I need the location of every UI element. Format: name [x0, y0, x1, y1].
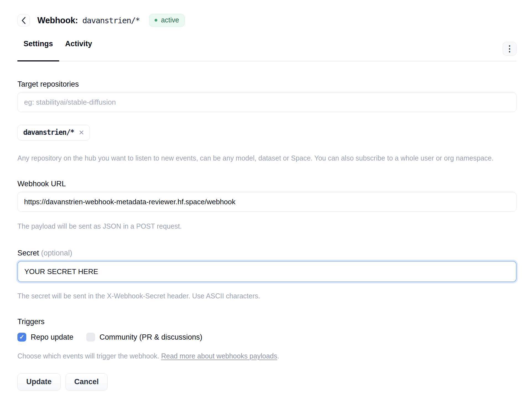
- target-repositories-input[interactable]: [17, 92, 517, 112]
- tab-settings[interactable]: Settings: [17, 40, 59, 61]
- secret-label-text: Secret: [17, 249, 39, 257]
- form-actions: Update Cancel: [17, 373, 517, 391]
- page-title: Webhook:: [37, 16, 78, 25]
- update-button[interactable]: Update: [17, 373, 61, 391]
- webhooks-payloads-link[interactable]: Read more about webhooks payloads: [161, 352, 277, 360]
- triggers-help-prefix: Choose which events will trigger the web…: [17, 352, 161, 360]
- status-badge-label: active: [161, 16, 179, 24]
- trigger-option-repo-update: ✓ Repo update: [17, 333, 74, 342]
- tab-bar: Settings Activity ⋮: [17, 40, 517, 61]
- webhook-url-help: The payload will be sent as JSON in a PO…: [17, 222, 517, 231]
- tab-activity[interactable]: Activity: [59, 40, 98, 61]
- status-badge: active: [149, 14, 184, 27]
- community-checkbox[interactable]: ✓: [86, 333, 95, 342]
- remove-tag-icon[interactable]: ×: [79, 128, 84, 137]
- back-button[interactable]: [17, 14, 30, 27]
- triggers-help-suffix: .: [277, 352, 279, 360]
- repo-update-label: Repo update: [31, 333, 74, 342]
- trigger-option-community: ✓ Community (PR & discussions): [86, 333, 202, 342]
- page-header: Webhook: davanstrien/* active: [17, 14, 517, 27]
- repo-tag-label: davanstrien/*: [23, 128, 74, 136]
- secret-input[interactable]: [17, 261, 517, 282]
- repo-update-checkbox[interactable]: ✓: [17, 333, 26, 342]
- check-icon: ✓: [19, 334, 24, 340]
- webhook-url-label: Webhook URL: [17, 179, 517, 188]
- status-dot-icon: [155, 19, 157, 22]
- target-repositories-help: Any repository on the hub you want to li…: [17, 154, 517, 163]
- chevron-left-icon: [21, 17, 26, 24]
- webhook-repo-name: davanstrien/*: [82, 16, 140, 25]
- webhook-settings-page: Webhook: davanstrien/* active Settings A…: [0, 0, 532, 403]
- secret-label: Secret (optional): [17, 249, 517, 257]
- community-label: Community (PR & discussions): [100, 333, 202, 342]
- repo-tag: davanstrien/* ×: [17, 125, 90, 140]
- triggers-label: Triggers: [17, 317, 517, 326]
- secret-optional-text: (optional): [41, 249, 72, 257]
- target-repositories-tags: davanstrien/* ×: [17, 125, 517, 140]
- cancel-button[interactable]: Cancel: [66, 373, 108, 391]
- triggers-options: ✓ Repo update ✓ Community (PR & discussi…: [17, 333, 517, 342]
- more-options-button[interactable]: ⋮: [503, 42, 517, 56]
- secret-help: The secret will be sent in the X-Webhook…: [17, 291, 517, 301]
- triggers-help: Choose which events will trigger the web…: [17, 352, 517, 361]
- target-repositories-label: Target repositories: [17, 80, 517, 89]
- kebab-menu-icon: ⋮: [505, 45, 514, 53]
- webhook-url-input[interactable]: [17, 192, 517, 212]
